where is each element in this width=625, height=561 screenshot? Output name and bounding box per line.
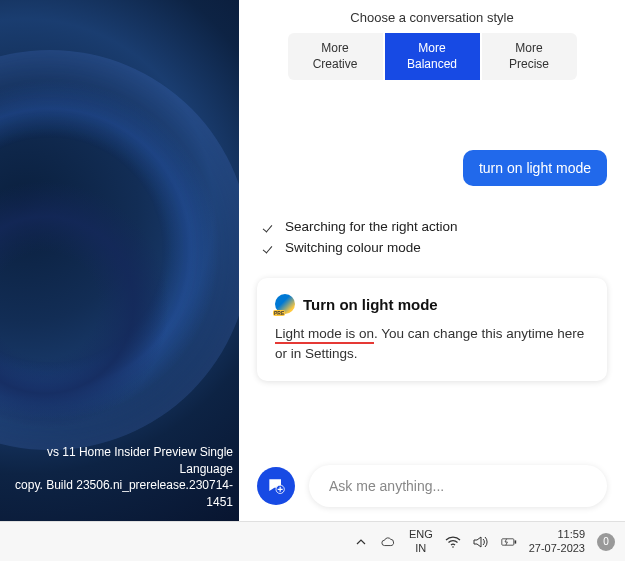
input-bar (239, 453, 625, 521)
card-header: Turn on light mode (275, 294, 589, 314)
clock[interactable]: 11:59 27-07-2023 (529, 528, 585, 554)
style-precise[interactable]: More Precise (482, 33, 577, 80)
chat-area: turn on light mode Searching for the rig… (239, 90, 625, 453)
new-topic-button[interactable] (257, 467, 295, 505)
card-title: Turn on light mode (303, 296, 438, 313)
taskbar: ENG IN 11:59 27-07-2023 0 (0, 521, 625, 561)
tray-overflow-icon[interactable] (353, 534, 369, 550)
copilot-panel: Choose a conversation style More Creativ… (239, 0, 625, 521)
status-switching: Switching colour mode (257, 237, 607, 258)
volume-icon[interactable] (473, 534, 489, 550)
answer-card: Turn on light mode Light mode is on. You… (257, 278, 607, 381)
check-icon (261, 220, 275, 234)
style-balanced[interactable]: More Balanced (385, 33, 480, 80)
battery-icon[interactable] (501, 534, 517, 550)
user-message: turn on light mode (463, 150, 607, 186)
check-icon (261, 241, 275, 255)
copilot-pre-icon (275, 294, 295, 314)
ask-input[interactable] (309, 465, 607, 507)
style-selector: More Creative More Balanced More Precise (288, 33, 577, 80)
style-creative[interactable]: More Creative (288, 33, 383, 80)
onedrive-icon[interactable] (381, 534, 397, 550)
card-highlight: Light mode is on (275, 326, 374, 344)
style-header: Choose a conversation style (239, 0, 625, 33)
windows-build-watermark: vs 11 Home Insider Preview Single Langua… (0, 442, 239, 517)
wifi-icon[interactable] (445, 534, 461, 550)
chat-plus-icon (266, 476, 286, 496)
watermark-line2: copy. Build 23506.ni_prerelease.230714-1… (2, 477, 233, 511)
notification-badge[interactable]: 0 (597, 533, 615, 551)
card-body: Light mode is on. You can change this an… (275, 324, 589, 365)
svg-rect-3 (514, 540, 516, 543)
status-searching: Searching for the right action (257, 216, 607, 237)
language-indicator[interactable]: ENG IN (409, 528, 433, 554)
svg-point-1 (452, 546, 454, 548)
watermark-line1: vs 11 Home Insider Preview Single Langua… (2, 444, 233, 478)
